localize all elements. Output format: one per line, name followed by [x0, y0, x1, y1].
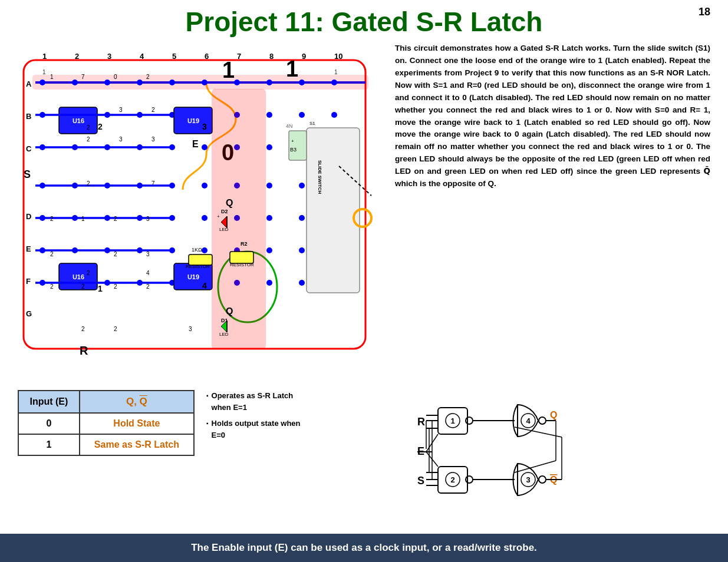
description-text: This circuit demonstrates how a Gated S-… [395, 42, 710, 384]
circuit-svg: 1 2 3 4 5 6 7 8 9 10 A B C S D E [18, 42, 383, 372]
bullet-text-1: Operates as S-R Latch when E=1 [212, 390, 307, 413]
svg-text:F: F [26, 277, 31, 286]
svg-text:2: 2 [98, 122, 103, 131]
svg-text:2: 2 [450, 475, 454, 484]
title-area: Project 11: Gated S-R Latch 18 [18, 6, 710, 38]
svg-point-39 [266, 112, 272, 118]
logic-diagram: R E S 1 2 [318, 390, 710, 502]
svg-text:Q: Q [226, 198, 233, 208]
svg-point-47 [202, 144, 207, 150]
svg-text:1: 1 [450, 416, 454, 425]
svg-text:3: 3 [146, 216, 150, 222]
svg-text:5: 5 [172, 52, 176, 61]
svg-rect-134 [307, 128, 360, 293]
svg-text:RESISTOR: RESISTOR [186, 264, 210, 269]
table-row-1: 1 Same as S-R Latch [18, 434, 194, 455]
svg-point-23 [72, 80, 78, 85]
svg-text:B3: B3 [290, 147, 297, 153]
svg-text:A: A [26, 80, 32, 88]
svg-text:4: 4 [140, 52, 144, 61]
svg-point-181 [466, 476, 473, 483]
footer-text: The Enable input (E) can be used as a cl… [191, 542, 537, 553]
svg-point-22 [39, 80, 45, 85]
svg-text:1: 1 [81, 216, 85, 222]
svg-text:R: R [80, 344, 88, 357]
svg-text:U16: U16 [73, 117, 84, 124]
svg-text:3: 3 [526, 475, 530, 484]
svg-point-67 [202, 215, 207, 221]
svg-text:7: 7 [237, 52, 241, 61]
logic-diagram-svg: R E S 1 2 [414, 390, 615, 502]
svg-text:3: 3 [107, 52, 111, 61]
svg-point-27 [202, 80, 207, 85]
svg-text:2: 2 [146, 283, 150, 290]
bottom-section: Input (E) Q, Q 0 Hold State 1 Same as S-… [18, 390, 710, 502]
svg-text:10: 10 [334, 52, 342, 61]
svg-point-187 [539, 417, 546, 424]
svg-point-57 [202, 183, 207, 189]
table-cell-output-0: Hold State [80, 413, 194, 434]
svg-text:+: + [217, 214, 220, 219]
svg-text:2: 2 [50, 283, 54, 290]
svg-text:+: + [291, 138, 294, 144]
svg-text:2: 2 [50, 216, 54, 222]
svg-text:2: 2 [114, 251, 117, 257]
svg-point-30 [299, 80, 305, 85]
bullet-item-1: ▪ Operates as S-R Latch when E=1 [206, 390, 307, 413]
svg-text:RESISTOR: RESISTOR [230, 262, 254, 267]
svg-text:2: 2 [87, 124, 90, 131]
table-cell-output-1: Same as S-R Latch [80, 434, 194, 455]
bullet-dot-1: ▪ [206, 391, 209, 413]
svg-text:3: 3 [189, 326, 192, 332]
svg-point-90 [299, 280, 305, 286]
svg-text:1: 1 [286, 57, 298, 81]
svg-point-24 [104, 80, 110, 85]
svg-text:R2: R2 [241, 241, 248, 247]
svg-text:D2: D2 [221, 209, 228, 214]
svg-point-59 [266, 183, 272, 189]
svg-text:2: 2 [114, 283, 117, 290]
svg-text:D: D [26, 212, 31, 221]
svg-point-40 [299, 112, 305, 118]
bullet-dot-2: ▪ [206, 419, 209, 441]
svg-point-29 [266, 80, 272, 85]
svg-text:B: B [26, 112, 31, 121]
svg-text:S: S [24, 168, 31, 180]
svg-text:G: G [26, 309, 32, 318]
table-cell-input-0: 0 [18, 413, 80, 434]
svg-text:U19: U19 [187, 117, 199, 124]
svg-rect-128 [230, 252, 253, 263]
svg-text:S: S [417, 475, 424, 487]
svg-text:2: 2 [87, 270, 90, 276]
svg-text:R: R [417, 416, 425, 428]
table-row-0: 0 Hold State [18, 413, 194, 434]
title-prefix: Project 11: [186, 6, 332, 37]
svg-text:1: 1 [50, 74, 54, 80]
svg-text:U19: U19 [187, 273, 199, 280]
svg-text:3: 3 [119, 136, 123, 143]
svg-point-69 [266, 215, 272, 221]
svg-text:1: 1 [42, 69, 46, 75]
title-highlight: Gated S-R Latch [332, 6, 543, 37]
svg-text:E: E [192, 139, 199, 149]
svg-point-26 [169, 80, 175, 85]
svg-text:SLIDE SWITCH: SLIDE SWITCH [317, 160, 322, 194]
svg-text:4: 4 [146, 270, 150, 276]
svg-text:2: 2 [75, 52, 79, 61]
svg-text:2: 2 [114, 326, 117, 332]
svg-text:4N: 4N [286, 123, 293, 129]
circuit-diagram-svg: 1 2 3 4 5 6 7 8 9 10 A B C S D E [18, 42, 383, 372]
svg-point-41 [331, 112, 337, 118]
svg-text:2: 2 [50, 251, 54, 257]
table-header-input: Input (E) [18, 391, 80, 413]
svg-point-25 [137, 80, 143, 85]
svg-text:U16: U16 [73, 273, 84, 280]
svg-text:Q: Q [226, 306, 233, 316]
svg-point-77 [202, 247, 207, 253]
truth-table: Input (E) Q, Q 0 Hold State 1 Same as S-… [18, 390, 195, 456]
svg-text:2: 2 [81, 326, 85, 332]
svg-point-60 [299, 183, 305, 189]
bullet-item-2: ▪ Holds output state when E=0 [206, 418, 307, 441]
page-title: Project 11: Gated S-R Latch [18, 6, 710, 38]
svg-text:Q: Q [550, 410, 557, 420]
